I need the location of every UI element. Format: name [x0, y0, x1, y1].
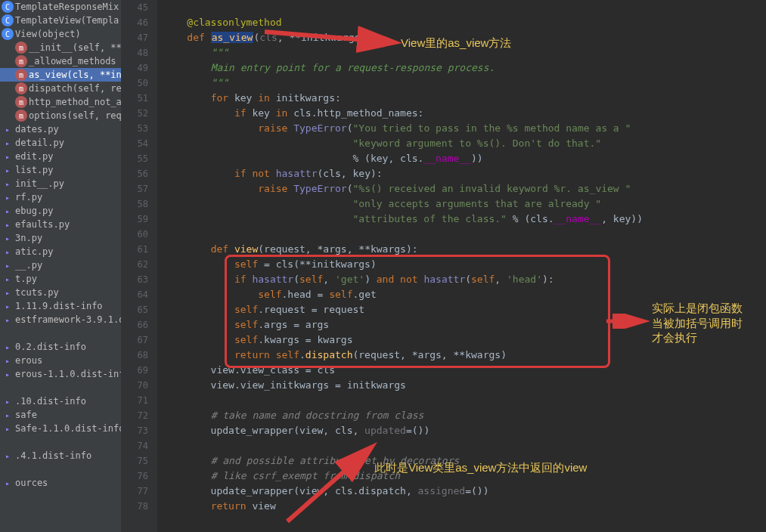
- tree-item[interactable]: ▸estframework-3.9.1.dist-i: [0, 313, 121, 326]
- folder-icon: ▸: [2, 314, 14, 326]
- code-line[interactable]: def view(request, *args, **kwargs):: [163, 242, 766, 257]
- code-line[interactable]: [163, 227, 766, 242]
- tree-item[interactable]: ▸ebug.py: [0, 204, 121, 218]
- structure-sidebar[interactable]: CTemplateResponseMixCTemplateView(Templa…: [0, 0, 121, 532]
- tree-item[interactable]: ▸edit.py: [0, 150, 121, 163]
- tree-item[interactable]: mas_view(cls, **initk: [0, 68, 121, 82]
- tree-item[interactable]: ▸detail.py: [0, 136, 121, 150]
- code-line[interactable]: if hasattr(self, 'get') and not hasattr(…: [163, 272, 766, 287]
- tree-item-label: .10.dist-info: [15, 396, 86, 407]
- tree-item[interactable]: ▸ources: [0, 476, 121, 490]
- tree-item[interactable]: ▸atic.py: [0, 245, 121, 258]
- tree-item-label: init__.py: [15, 178, 64, 189]
- file-icon: ▸: [2, 178, 14, 190]
- tree-item[interactable]: ▸tcuts.py: [0, 286, 121, 299]
- tree-item[interactable]: ▸.4.1.dist-info: [0, 449, 121, 462]
- code-line[interactable]: "attributes of the class." % (cls.__name…: [163, 212, 766, 227]
- file-icon: ▸: [2, 191, 14, 203]
- folder-icon: ▸: [2, 450, 14, 462]
- file-icon: ▸: [2, 150, 14, 162]
- code-line[interactable]: update_wrapper(view, cls.dispatch, assig…: [163, 484, 766, 499]
- tree-item[interactable]: m_allowed_methods: [0, 54, 121, 68]
- tree-item[interactable]: [0, 381, 121, 394]
- tree-item-label: Safe-1.1.0.dist-info: [15, 423, 121, 434]
- tree-item[interactable]: [0, 462, 121, 476]
- code-line[interactable]: """: [163, 76, 766, 91]
- tree-item[interactable]: ▸0.2.dist-info: [0, 340, 121, 354]
- tree-item[interactable]: CTemplateResponseMix: [0, 0, 121, 14]
- code-line[interactable]: view.view_initkwargs = initkwargs: [163, 378, 766, 393]
- file-icon: ▸: [2, 286, 14, 298]
- tree-item-label: estframework-3.9.1.dist-i: [15, 314, 121, 325]
- code-editor[interactable]: 4546474849505152535455565758596061626364…: [121, 0, 766, 532]
- code-line[interactable]: if not hasattr(cls, key):: [163, 166, 766, 181]
- folder-icon: ▸: [2, 300, 14, 312]
- tree-item-label: as_view(cls, **initk: [29, 70, 121, 80]
- tree-item[interactable]: CTemplateView(Templa: [0, 14, 121, 27]
- code-line[interactable]: "only accepts arguments that are already…: [163, 196, 766, 212]
- tree-item[interactable]: ▸efaults.py: [0, 218, 121, 231]
- file-icon: ▸: [2, 273, 14, 285]
- code-line[interactable]: [163, 0, 766, 15]
- tree-item[interactable]: ▸init__.py: [0, 177, 121, 190]
- code-line[interactable]: return view: [163, 499, 766, 514]
- code-line[interactable]: % (key, cls.__name__)): [163, 151, 766, 166]
- code-line[interactable]: view.view_class = cls: [163, 363, 766, 378]
- line-number: 55: [121, 151, 148, 166]
- tree-item-label: __.py: [15, 260, 42, 271]
- tree-item[interactable]: ▸.10.dist-info: [0, 394, 121, 408]
- tree-item-label: erous: [15, 355, 42, 366]
- tree-item[interactable]: mhttp_method_not_a: [0, 95, 121, 109]
- arrow-red-2: [605, 314, 650, 329]
- code-line[interactable]: [163, 393, 766, 408]
- tree-item[interactable]: [0, 435, 121, 449]
- tree-item-label: TemplateResponseMix: [15, 2, 119, 12]
- line-gutter: 4546474849505152535455565758596061626364…: [121, 0, 157, 532]
- tree-item[interactable]: ▸safe: [0, 408, 121, 422]
- code-line[interactable]: @classonlymethod: [163, 15, 766, 30]
- file-icon: ▸: [2, 137, 14, 149]
- file-icon: ▸: [2, 259, 14, 271]
- folder-icon: ▸: [2, 477, 14, 489]
- code-line[interactable]: if key in cls.http_method_names:: [163, 106, 766, 121]
- code-line[interactable]: for key in initkwargs:: [163, 91, 766, 106]
- folder-icon: ▸: [2, 354, 14, 367]
- code-line[interactable]: self = cls(**initkwargs): [163, 257, 766, 272]
- annotation-closure: 实际上是闭包函数 当被加括号调用时 才会执行: [652, 301, 743, 345]
- code-line[interactable]: return self.dispatch(request, *args, **k…: [163, 348, 766, 363]
- tree-item[interactable]: moptions(self, reque: [0, 109, 121, 122]
- line-number: 69: [121, 363, 148, 378]
- tree-item[interactable]: [0, 326, 121, 340]
- tree-item[interactable]: ▸list.py: [0, 163, 121, 177]
- tree-item[interactable]: ▸1.11.9.dist-info: [0, 299, 121, 313]
- code-line[interactable]: # take name and docstring from class: [163, 408, 766, 423]
- code-body[interactable]: @classonlymethod def as_view(cls, **init…: [157, 0, 766, 532]
- tree-item[interactable]: ▸dates.py: [0, 122, 121, 136]
- tree-item[interactable]: ▸Safe-1.1.0.dist-info: [0, 422, 121, 435]
- folder-icon: ▸: [2, 395, 14, 407]
- code-line[interactable]: update_wrapper(view, cls, updated=()): [163, 423, 766, 438]
- arrow-red-3: [280, 442, 378, 525]
- code-line[interactable]: "keyword argument to %s(). Don't do that…: [163, 136, 766, 151]
- tree-item[interactable]: ▸erous: [0, 354, 121, 367]
- tree-item[interactable]: ▸erous-1.1.0.dist-info: [0, 367, 121, 381]
- line-number: 73: [121, 423, 148, 438]
- tree-item[interactable]: ▸__.py: [0, 258, 121, 272]
- tree-item-label: _allowed_methods: [29, 56, 116, 66]
- code-line[interactable]: raise TypeError("%s() received an invali…: [163, 181, 766, 196]
- tree-item-label: tcuts.py: [15, 287, 59, 298]
- tree-item[interactable]: mdispatch(self, requ: [0, 82, 121, 95]
- code-line[interactable]: self.head = self.get: [163, 287, 766, 302]
- tree-item[interactable]: CView(object): [0, 27, 121, 41]
- line-number: 47: [121, 30, 148, 45]
- line-number: 48: [121, 45, 148, 60]
- code-line[interactable]: Main entry point for a request-response …: [163, 60, 766, 76]
- tree-item-label: TemplateView(Templa: [15, 15, 119, 26]
- code-line[interactable]: [163, 438, 766, 453]
- tree-item[interactable]: m__init__(self, **kwa: [0, 41, 121, 54]
- tree-item[interactable]: ▸t.py: [0, 272, 121, 286]
- code-line[interactable]: raise TypeError("You tried to pass in th…: [163, 121, 766, 136]
- tree-item-label: 3n.py: [15, 233, 42, 243]
- tree-item[interactable]: ▸3n.py: [0, 231, 121, 245]
- tree-item[interactable]: ▸rf.py: [0, 190, 121, 204]
